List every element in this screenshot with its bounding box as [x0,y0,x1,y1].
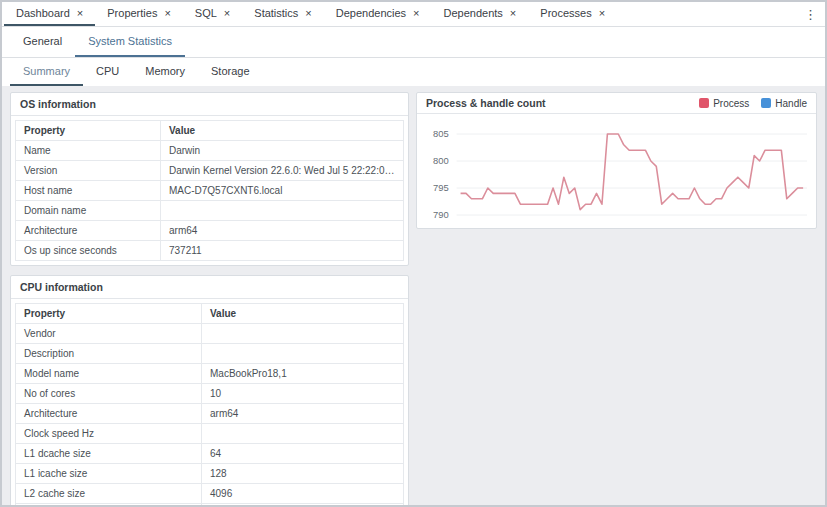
tab-properties[interactable]: Properties× [95,2,183,26]
property-cell: Vendor [16,324,202,344]
value-cell: 10 [202,384,404,404]
table-row: Architecturearm64 [16,221,404,241]
value-cell: arm64 [202,404,404,424]
tab-system-statistics[interactable]: System Statistics [75,27,185,57]
close-icon[interactable]: × [305,8,311,19]
property-cell: L2 cache size [16,484,202,504]
tab-memory[interactable]: Memory [132,58,198,86]
os-information-title: OS information [11,93,408,116]
close-icon[interactable]: × [164,8,170,19]
value-cell: 128 [202,464,404,484]
statistics-tab-bar: SummaryCPUMemoryStorage [2,58,825,86]
column-header-property: Property [16,121,161,141]
table-header-row: PropertyValue [16,304,404,324]
tab-summary[interactable]: Summary [10,58,83,86]
cpu-information-title: CPU information [11,276,408,299]
legend-label: Process [713,98,749,109]
table-row: Host nameMAC-D7Q57CXNT6.local [16,181,404,201]
tab-label: General [23,35,62,47]
chart-column: Process & handle count ProcessHandle 805… [416,92,817,229]
property-cell: Architecture [16,221,161,241]
tab-statistics[interactable]: Statistics× [242,2,323,26]
dashboard-tabs: GeneralSystem Statistics [10,27,185,57]
table-row: L2 cache size4096 [16,484,404,504]
value-cell: Darwin Kernel Version 22.6.0: Wed Jul 5 … [161,161,404,181]
kebab-menu-icon[interactable]: ⋮ [796,2,825,26]
property-cell: Model name [16,364,202,384]
tab-storage[interactable]: Storage [198,58,263,86]
table-header-row: PropertyValue [16,121,404,141]
close-icon[interactable]: × [77,8,83,19]
process-handle-panel: Process & handle count ProcessHandle 805… [416,92,817,229]
column-header-property: Property [16,304,202,324]
tab-label: Memory [145,65,185,77]
process-swatch-icon [699,98,709,108]
table-row: Model nameMacBookPro18,1 [16,364,404,384]
handle-swatch-icon [761,98,771,108]
close-icon[interactable]: × [599,8,605,19]
close-icon[interactable]: × [224,8,230,19]
tab-label: Dependents [444,7,503,19]
property-cell: No of cores [16,384,202,404]
dashboard-tab-bar: GeneralSystem Statistics [2,27,825,58]
column-header-value: Value [202,304,404,324]
tab-label: CPU [96,65,119,77]
y-axis-tick-label: 805 [433,128,449,139]
table-row: NameDarwin [16,141,404,161]
table-row: L3 cache size [16,504,404,506]
tab-sql[interactable]: SQL× [183,2,242,26]
table-row: Clock speed Hz [16,424,404,444]
value-cell [202,424,404,444]
dashboard-content: OS information PropertyValueNameDarwinVe… [2,86,825,505]
tab-dependents[interactable]: Dependents× [432,2,529,26]
chart-body: 805800795790 [417,114,816,228]
statistics-tabs: SummaryCPUMemoryStorage [10,58,263,86]
column-header-value: Value [161,121,404,141]
close-icon[interactable]: × [510,8,516,19]
property-cell: Architecture [16,404,202,424]
table-row: L1 dcache size64 [16,444,404,464]
y-axis-tick-label: 795 [433,182,449,193]
y-axis-tick-label: 790 [433,209,449,220]
value-cell: MacBookPro18,1 [202,364,404,384]
tab-label: System Statistics [88,35,172,47]
value-cell [202,504,404,506]
property-cell: Host name [16,181,161,201]
tab-dependencies[interactable]: Dependencies× [324,2,432,26]
tab-dashboard[interactable]: Dashboard× [4,2,95,26]
process-handle-chart: 805800795790 [419,116,814,224]
table-row: Os up since seconds737211 [16,241,404,261]
value-cell: arm64 [161,221,404,241]
legend-item-handle: Handle [761,98,807,109]
info-column: OS information PropertyValueNameDarwinVe… [10,92,409,505]
legend-item-process: Process [699,98,749,109]
tab-general[interactable]: General [10,27,75,57]
tab-processes[interactable]: Processes× [528,2,617,26]
legend-label: Handle [775,98,807,109]
process-line-series [461,134,804,210]
property-cell: Domain name [16,201,161,221]
tab-label: Dependencies [336,7,406,19]
table-row: VersionDarwin Kernel Version 22.6.0: Wed… [16,161,404,181]
value-cell [202,324,404,344]
tab-label: Dashboard [16,7,70,19]
tab-label: SQL [195,7,217,19]
property-cell: L1 dcache size [16,444,202,464]
value-cell: MAC-D7Q57CXNT6.local [161,181,404,201]
property-cell: Clock speed Hz [16,424,202,444]
property-cell: Os up since seconds [16,241,161,261]
property-cell: L1 icache size [16,464,202,484]
value-cell: 64 [202,444,404,464]
editor-tab-bar: Dashboard×Properties×SQL×Statistics×Depe… [2,2,825,27]
tab-label: Summary [23,65,70,77]
cpu-information-table: PropertyValueVendorDescriptionModel name… [15,303,404,505]
property-cell: L3 cache size [16,504,202,506]
property-cell: Version [16,161,161,181]
cpu-information-panel: CPU information PropertyValueVendorDescr… [10,275,409,505]
table-row: Architecturearm64 [16,404,404,424]
tab-label: Storage [211,65,250,77]
table-row: No of cores10 [16,384,404,404]
tab-cpu[interactable]: CPU [83,58,132,86]
value-cell: Darwin [161,141,404,161]
close-icon[interactable]: × [413,8,419,19]
